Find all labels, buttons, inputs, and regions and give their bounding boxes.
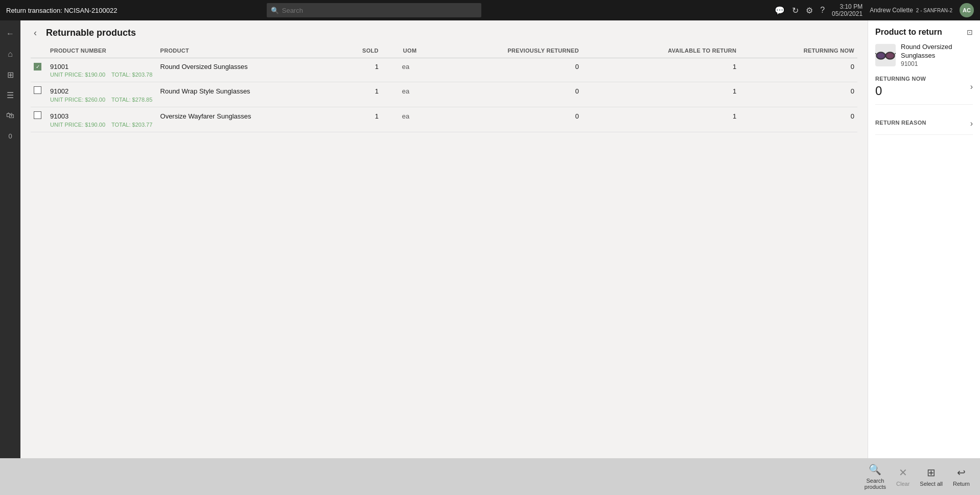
- svg-line-3: [875, 53, 876, 54]
- topbar-time: 3:10 PM 05/20/2021: [832, 3, 862, 18]
- chat-icon[interactable]: 💬: [775, 6, 785, 15]
- topbar: Return transaction: NCISAN-2100022 🔍 💬 ↻…: [0, 0, 980, 20]
- row-uom: ea: [399, 82, 436, 97]
- col-previously-returned: PREVIOUSLY RETURNED: [436, 43, 594, 58]
- col-product-number: PRODUCT NUMBER: [47, 43, 157, 58]
- row-checkbox[interactable]: ✓: [34, 63, 41, 70]
- product-preview-info: Round Oversized Sunglasses 91001: [901, 43, 973, 67]
- row-returning-now: 0: [757, 107, 857, 122]
- avatar: AC: [960, 3, 974, 17]
- select-all-icon: ⊞: [927, 466, 936, 479]
- returning-now-info: RETURNING NOW 0: [875, 76, 926, 98]
- back-nav-icon[interactable]: ←: [1, 25, 19, 43]
- row-price-info: UNIT PRICE: $260.00 TOTAL: $278.85: [47, 97, 857, 107]
- search-products-label: Searchproducts: [865, 478, 886, 490]
- return-label: Return: [953, 481, 970, 487]
- list-icon[interactable]: ☰: [1, 86, 19, 104]
- row-checkbox[interactable]: [34, 111, 41, 119]
- refresh-icon[interactable]: ↻: [792, 6, 799, 15]
- page-title: Returnable products: [46, 28, 136, 38]
- returning-now-value: 0: [875, 84, 926, 98]
- search-icon: 🔍: [271, 7, 279, 14]
- row-returning-now: 0: [757, 82, 857, 97]
- return-icon: ↩: [957, 466, 966, 479]
- return-action[interactable]: ↩ Return: [953, 466, 970, 487]
- select-all-label: Select all: [920, 481, 943, 487]
- row-product-name: Round Wrap Style Sunglasses: [157, 82, 329, 97]
- products-tbody: ✓ 91001 Round Oversized Sunglasses 1 ea …: [31, 58, 857, 133]
- home-icon[interactable]: ⌂: [1, 45, 19, 63]
- row-product-name: Round Oversized Sunglasses: [157, 58, 329, 72]
- row-checkbox[interactable]: [34, 86, 41, 94]
- returning-now-chevron[interactable]: ›: [970, 82, 973, 91]
- products-table: PRODUCT NUMBER PRODUCT SOLD UOM PREVIOUS…: [31, 43, 857, 132]
- back-button[interactable]: ‹: [31, 27, 40, 39]
- bottom-bar: 🔍 Searchproducts ✕ Clear ⊞ Select all ↩ …: [0, 458, 980, 495]
- return-reason-section: RETURN REASON ›: [875, 119, 973, 135]
- return-reason-label: RETURN REASON: [875, 120, 926, 126]
- row-available-to-return: 1: [594, 107, 757, 122]
- unit-price: UNIT PRICE: $190.00: [50, 122, 105, 128]
- table-wrapper: PRODUCT NUMBER PRODUCT SOLD UOM PREVIOUS…: [20, 43, 868, 458]
- bag-icon[interactable]: 🛍: [1, 106, 19, 125]
- table-row-sub: UNIT PRICE: $190.00 TOTAL: $203.77: [31, 122, 857, 132]
- unit-price: UNIT PRICE: $190.00: [50, 72, 105, 78]
- col-product: PRODUCT: [157, 43, 329, 58]
- row-checkbox-cell[interactable]: [31, 107, 47, 122]
- row-checkbox-cell[interactable]: ✓: [31, 58, 47, 72]
- badge-icon[interactable]: 0: [1, 127, 19, 145]
- row-price-info: UNIT PRICE: $190.00 TOTAL: $203.77: [47, 122, 857, 132]
- search-products-action[interactable]: 🔍 Searchproducts: [865, 463, 886, 490]
- row-uom: ea: [399, 107, 436, 122]
- returning-now-row: RETURNING NOW 0 ›: [875, 76, 973, 105]
- col-sold: SOLD: [329, 43, 399, 58]
- clear-label: Clear: [896, 481, 909, 487]
- row-product-name: Oversize Wayfarer Sunglasses: [157, 107, 329, 122]
- row-price-info: UNIT PRICE: $190.00 TOTAL: $203.78: [47, 72, 857, 82]
- total-price: TOTAL: $278.85: [111, 97, 152, 103]
- row-previously-returned: 0: [436, 107, 594, 122]
- product-preview: Round Oversized Sunglasses 91001: [875, 43, 973, 67]
- sub-spacer: [31, 97, 47, 107]
- svg-point-6: [886, 53, 894, 58]
- returning-now-label: RETURNING NOW: [875, 76, 926, 82]
- row-sold: 1: [329, 107, 399, 122]
- row-product-number: 91001: [47, 58, 157, 72]
- return-reason-chevron[interactable]: ›: [970, 119, 973, 128]
- topbar-search-box[interactable]: 🔍: [267, 3, 481, 17]
- table-row[interactable]: ✓ 91001 Round Oversized Sunglasses 1 ea …: [31, 58, 857, 72]
- help-icon[interactable]: ?: [820, 6, 825, 15]
- main-layout: ← ⌂ ⊞ ☰ 🛍 0 ‹ Returnable products PRODUC…: [0, 20, 980, 458]
- table-row-sub: UNIT PRICE: $190.00 TOTAL: $203.78: [31, 72, 857, 82]
- topbar-search-input[interactable]: [282, 7, 477, 14]
- right-panel-title: Product to return: [875, 28, 942, 37]
- user-name: Andrew Collette: [870, 7, 913, 14]
- total-price: TOTAL: $203.78: [111, 72, 152, 78]
- row-uom: ea: [399, 58, 436, 72]
- row-available-to-return: 1: [594, 58, 757, 72]
- select-all-action[interactable]: ⊞ Select all: [920, 466, 943, 487]
- content-area: ‹ Returnable products PRODUCT NUMBER PRO…: [20, 20, 868, 458]
- table-row[interactable]: 91003 Oversize Wayfarer Sunglasses 1 ea …: [31, 107, 857, 122]
- panel-expand-icon[interactable]: ⊡: [967, 28, 973, 36]
- col-returning-now: RETURNING NOW: [757, 43, 857, 58]
- row-sold: 1: [329, 58, 399, 72]
- settings-icon[interactable]: ⚙: [806, 6, 813, 15]
- row-checkbox-cell[interactable]: [31, 82, 47, 97]
- table-header: PRODUCT NUMBER PRODUCT SOLD UOM PREVIOUS…: [31, 43, 857, 58]
- row-returning-now: 0: [757, 58, 857, 72]
- search-products-icon: 🔍: [869, 463, 881, 476]
- topbar-right: 💬 ↻ ⚙ ? 3:10 PM 05/20/2021 Andrew Collet…: [775, 3, 974, 18]
- table-row[interactable]: 91002 Round Wrap Style Sunglasses 1 ea 0…: [31, 82, 857, 97]
- row-sold: 1: [329, 82, 399, 97]
- apps-icon[interactable]: ⊞: [1, 65, 19, 84]
- product-preview-name: Round Oversized Sunglasses: [901, 43, 973, 60]
- returning-now-section: RETURNING NOW 0 ›: [875, 76, 973, 111]
- clear-icon: ✕: [899, 466, 907, 479]
- clear-action[interactable]: ✕ Clear: [896, 466, 909, 487]
- col-uom: UOM: [399, 43, 436, 58]
- row-previously-returned: 0: [436, 58, 594, 72]
- row-product-number: 91002: [47, 82, 157, 97]
- total-price: TOTAL: $203.77: [111, 122, 152, 128]
- sidebar: ← ⌂ ⊞ ☰ 🛍 0: [0, 20, 20, 458]
